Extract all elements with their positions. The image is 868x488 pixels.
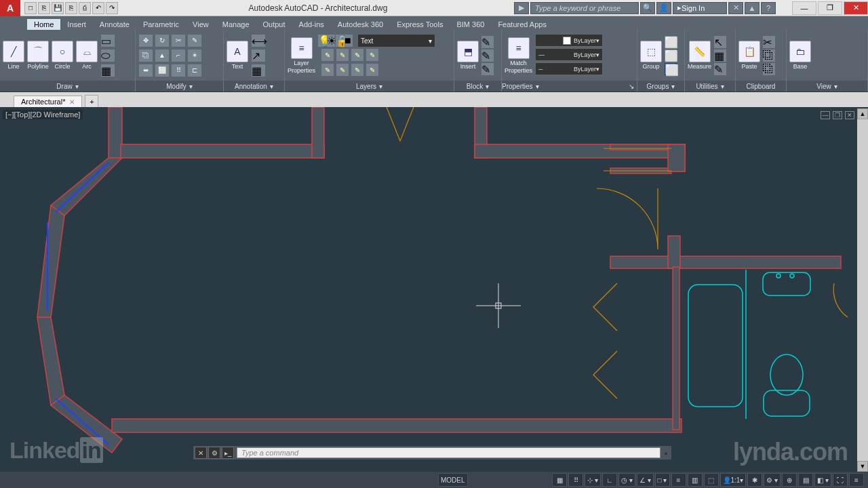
group-button[interactable]: ⬚Group — [640, 41, 662, 70]
paste-button[interactable]: 📋Paste — [738, 41, 760, 70]
scale-icon[interactable]: ⬜ — [155, 64, 170, 77]
circle-button[interactable]: ○Circle — [52, 41, 73, 70]
cmd-close-icon[interactable]: ✕ — [195, 447, 207, 459]
help-icon[interactable]: ? — [761, 2, 776, 14]
bulb-icon[interactable]: 💡 — [318, 35, 326, 47]
insert-button[interactable]: ⬒Insert — [457, 41, 479, 70]
copy-base-icon[interactable]: ⿻ — [763, 63, 775, 75]
hardware-accel[interactable]: ▤ — [798, 473, 813, 487]
tab-output[interactable]: Output — [256, 19, 292, 30]
color-dropdown[interactable]: ByLayer ▾ — [535, 34, 603, 47]
print-icon[interactable]: ⎙ — [79, 2, 91, 14]
rotate-icon[interactable]: ↻ — [155, 34, 170, 47]
cut-icon[interactable]: ✂ — [763, 36, 775, 48]
erase-icon[interactable]: ✎ — [187, 34, 202, 47]
text-button[interactable]: AText — [226, 41, 248, 70]
layer-tool-icon[interactable]: ✎ — [366, 63, 379, 77]
point-icon[interactable]: ✎ — [714, 63, 726, 75]
exchange-icon[interactable]: ✕ — [728, 2, 743, 14]
rectangle-icon[interactable]: ▭ — [100, 34, 115, 47]
sun-icon[interactable]: ☀ — [327, 35, 335, 47]
create-block-icon[interactable]: ✎ — [481, 36, 494, 48]
scroll-down-icon[interactable]: ▼ — [857, 461, 868, 472]
layer-tool-icon[interactable]: ✎ — [321, 48, 334, 62]
drawing-canvas[interactable]: [−][Top][2D Wireframe] — ❐ ✕ — [0, 107, 868, 472]
lock-icon[interactable]: 🔒 — [336, 35, 344, 47]
tab-home[interactable]: Home — [27, 19, 60, 30]
minimize-button[interactable]: — — [792, 1, 816, 15]
lineweight-toggle[interactable]: ≡ — [671, 473, 686, 487]
annotation-visibility[interactable]: ✱ — [747, 473, 762, 487]
tab-addins[interactable]: Add-ins — [292, 19, 331, 30]
close-tab-icon[interactable]: ✕ — [69, 98, 75, 106]
measure-button[interactable]: 📏Measure — [688, 41, 711, 70]
panel-annotation-label[interactable]: Annotation ▾ — [224, 81, 284, 92]
fillet-icon[interactable]: ⌐ — [171, 49, 186, 62]
tab-a360[interactable]: Autodesk 360 — [331, 19, 390, 30]
match-properties-button[interactable]: ≡MatchProperties — [505, 37, 532, 74]
calc-icon[interactable]: ▦ — [714, 49, 726, 62]
tab-parametric[interactable]: Parametric — [136, 19, 186, 30]
osnap-toggle[interactable]: □ ▾ — [655, 473, 670, 487]
base-button[interactable]: 🗀Base — [789, 41, 811, 70]
offset-icon[interactable]: ⊏ — [187, 64, 202, 77]
saveas-icon[interactable]: ⎘ — [65, 2, 77, 14]
snap-toggle[interactable]: ⠿ — [568, 473, 583, 487]
undo-icon[interactable]: ↶ — [92, 2, 104, 14]
infer-toggle[interactable]: ⊹ ▾ — [585, 473, 601, 487]
selection-cycling[interactable]: ⬚ — [704, 473, 719, 487]
layer-properties-button[interactable]: ≡LayerProperties — [288, 37, 315, 74]
new-icon[interactable]: □ — [24, 2, 37, 14]
isodraft-toggle[interactable]: ∠ ▾ — [637, 473, 654, 487]
command-input[interactable]: Type a command — [237, 447, 660, 458]
layer-dropdown[interactable]: Text▾ — [357, 34, 435, 47]
panel-draw-label[interactable]: Draw ▾ — [0, 81, 135, 92]
cmd-expand-icon[interactable]: ▲ — [663, 450, 671, 456]
polyline-button[interactable]: ⌒Polyline — [27, 41, 49, 70]
arc-button[interactable]: ⌓Arc — [76, 41, 98, 70]
tab-manage[interactable]: Manage — [216, 19, 256, 30]
dimension-icon[interactable]: ⟷ — [251, 34, 266, 47]
color-swatch-icon[interactable]: ■ — [344, 35, 353, 47]
annotation-monitor[interactable]: ⊕ — [782, 473, 797, 487]
tab-bim360[interactable]: BIM 360 — [450, 19, 491, 30]
panel-view-label[interactable]: View ▾ — [787, 81, 867, 92]
panel-groups-label[interactable]: Groups ▾ — [637, 81, 684, 92]
model-button[interactable]: MODEL — [438, 473, 468, 487]
layer-tool-icon[interactable]: ✎ — [366, 48, 379, 62]
cmd-customize-icon[interactable]: ⚙ — [208, 447, 220, 459]
select-icon[interactable]: ↖ — [714, 36, 726, 48]
tab-express[interactable]: Express Tools — [390, 19, 450, 30]
tab-insert[interactable]: Insert — [60, 19, 93, 30]
document-tab[interactable]: Architectural*✕ — [14, 96, 82, 107]
array-icon[interactable]: ⠿ — [171, 64, 186, 77]
mirror-icon[interactable]: ▲ — [155, 49, 170, 62]
layer-tool-icon[interactable]: ✎ — [351, 63, 364, 77]
new-tab-button[interactable]: + — [85, 95, 98, 107]
clean-screen[interactable]: ⛶ — [833, 473, 848, 487]
cmd-prompt-icon[interactable]: ▸_ — [222, 447, 234, 459]
open-icon[interactable]: ⎘ — [38, 2, 50, 14]
transparency-toggle[interactable]: ▥ — [688, 473, 703, 487]
group-edit-icon[interactable]: ⬜ — [665, 49, 677, 62]
group-select-icon[interactable]: ⬜ — [665, 63, 677, 75]
layer-tool-icon[interactable]: ✎ — [336, 63, 349, 77]
linetype-dropdown[interactable]: ─ByLayer ▾ — [535, 62, 603, 75]
edit-block-icon[interactable]: ✎ — [481, 49, 494, 62]
help-search-input[interactable]: Type a keyword or phrase — [530, 2, 639, 14]
stay-connected-icon[interactable]: ▲ — [745, 2, 760, 14]
tab-featured[interactable]: Featured Apps — [491, 19, 553, 30]
move-icon[interactable]: ✥ — [138, 34, 153, 47]
line-button[interactable]: ╱Line — [3, 41, 24, 70]
ellipse-icon[interactable]: ⬭ — [100, 49, 115, 62]
maximize-button[interactable]: ❐ — [818, 1, 842, 15]
vertical-scrollbar[interactable]: ▲ ▼ — [857, 108, 868, 472]
panel-layers-label[interactable]: Layers ▾ — [285, 81, 454, 92]
explode-icon[interactable]: ✶ — [187, 49, 202, 62]
tab-view[interactable]: View — [186, 19, 216, 30]
edit-attr-icon[interactable]: ✎ — [481, 63, 494, 75]
panel-properties-label[interactable]: Properties ▾ ↘ — [502, 81, 637, 92]
scrollbar-thumb[interactable] — [857, 119, 868, 461]
layer-tool-icon[interactable]: ✎ — [336, 48, 349, 62]
polar-toggle[interactable]: ◷ ▾ — [618, 473, 635, 487]
